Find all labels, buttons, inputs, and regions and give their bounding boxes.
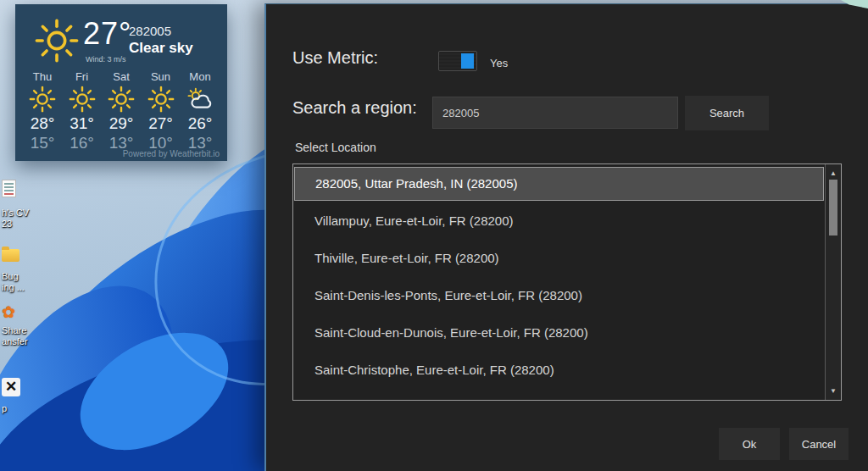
location-code: 282005 xyxy=(129,24,171,38)
sun-icon xyxy=(34,18,80,64)
desktop-icon-label: Share xyxy=(2,325,28,336)
weather-condition: Clear sky xyxy=(129,40,193,57)
desktop-icon-label: 23 xyxy=(2,219,29,230)
current-temperature: 27° xyxy=(83,16,131,52)
search-button[interactable]: Search xyxy=(685,96,769,130)
x-icon: ✕ xyxy=(2,378,20,396)
search-region-input[interactable] xyxy=(432,97,678,129)
weather-attribution: Powered by Weatherbit.io xyxy=(123,149,220,158)
desktop-icon-cv[interactable]: h's CV 23 xyxy=(2,180,29,230)
ok-button[interactable]: Ok xyxy=(719,428,780,460)
use-metric-toggle[interactable] xyxy=(438,51,477,71)
desktop-icon-label: Bug xyxy=(2,271,25,282)
desktop-icon-label: ing ... xyxy=(2,282,25,293)
scrollbar-thumb[interactable] xyxy=(829,180,837,236)
desktop-icon-share-transfer[interactable]: ✿ Share ansfer xyxy=(2,307,28,347)
desktop-icon-label: ansfer xyxy=(2,336,28,347)
scroll-down-icon[interactable]: ▼ xyxy=(826,387,841,395)
document-icon xyxy=(2,180,16,197)
location-listbox: 282005, Uttar Pradesh, IN (282005) Villa… xyxy=(292,163,842,401)
cancel-button[interactable]: Cancel xyxy=(789,428,849,460)
sun-icon xyxy=(67,85,97,114)
forecast-day: Sun 27° 10° xyxy=(142,70,181,152)
forecast-day: Thu 28° 15° xyxy=(23,70,62,152)
search-region-label: Search a region: xyxy=(292,98,417,118)
partly-cloudy-icon xyxy=(185,85,215,114)
toggle-state-label: Yes xyxy=(490,57,508,69)
desktop-icon-label: h's CV xyxy=(2,208,29,219)
select-location-label: Select Location xyxy=(295,141,376,154)
list-item[interactable]: Thiville, Eure-et-Loir, FR (28200) xyxy=(294,241,824,275)
weather-widget[interactable]: 27° Wind: 3 m/s 282005 Clear sky Thu 28°… xyxy=(15,4,227,161)
forecast-day: Mon 26° 13° xyxy=(181,70,220,152)
folder-icon xyxy=(2,249,19,262)
sun-icon xyxy=(106,85,136,114)
list-item[interactable]: 282005, Uttar Pradesh, IN (282005) xyxy=(294,167,824,201)
use-metric-label: Use Metric: xyxy=(292,48,378,68)
desktop-icon-label: p xyxy=(2,403,20,414)
desktop-screen: h's CV 23 Bug ing ... ✿ Share ansfer ✕ p xyxy=(0,0,868,471)
scroll-up-icon[interactable]: ▲ xyxy=(826,169,841,177)
forecast-day: Fri 31° 16° xyxy=(63,70,102,152)
flower-icon: ✿ xyxy=(2,307,28,318)
desktop-icon-sharex[interactable]: ✕ p xyxy=(2,378,20,414)
list-item[interactable]: Saint-Denis-les-Ponts, Eure-et-Loir, FR … xyxy=(294,279,824,313)
list-scrollbar[interactable]: ▲ ▼ xyxy=(825,164,841,400)
wind-speed: Wind: 3 m/s xyxy=(86,55,126,64)
list-item[interactable]: Saint-Cloud-en-Dunois, Eure-et-Loir, FR … xyxy=(294,316,824,350)
list-item[interactable]: Villampuy, Eure-et-Loir, FR (28200) xyxy=(294,204,824,238)
desktop-icon-bug-folder[interactable]: Bug ing ... xyxy=(2,249,25,293)
sun-icon xyxy=(27,85,58,114)
forecast-day: Sat 29° 13° xyxy=(102,70,141,152)
weather-settings-dialog: Use Metric: Yes Search a region: Search … xyxy=(264,3,868,471)
toggle-thumb xyxy=(461,53,474,69)
forecast-row: Thu 28° 15° Fri xyxy=(15,70,227,152)
list-item[interactable]: Saint-Christophe, Eure-et-Loir, FR (2820… xyxy=(294,353,824,387)
location-rows: 282005, Uttar Pradesh, IN (282005) Villa… xyxy=(293,164,825,400)
sun-icon xyxy=(146,85,176,114)
